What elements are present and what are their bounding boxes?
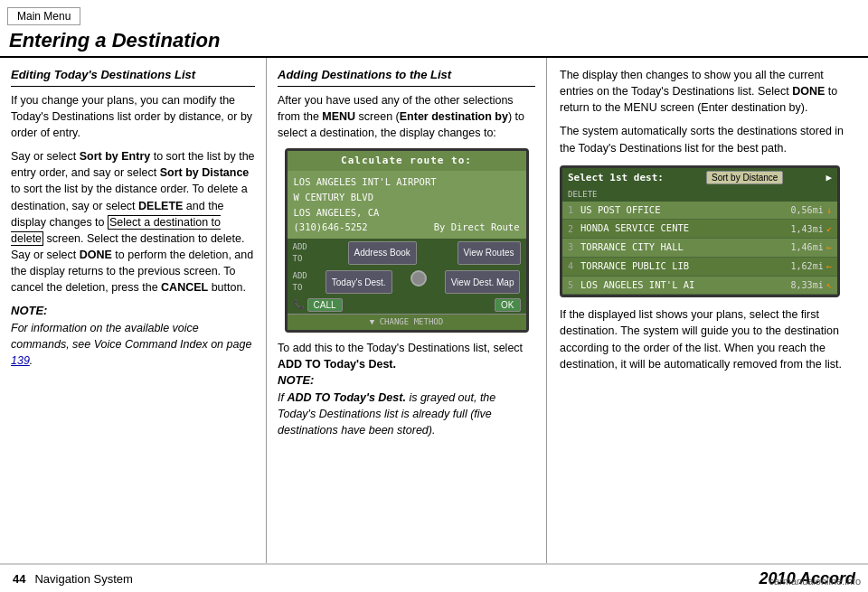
nav-screen: Calculate route to: LOS ANGELES INT'L AI… <box>285 148 529 333</box>
dest-list-item[interactable]: 5 LOS ANGELES INT'L AI 8,33mi ↖ <box>562 277 837 296</box>
dest-dist: 1,46mi <box>791 240 824 254</box>
dest-name: LOS ANGELES INT'L AI <box>580 278 791 293</box>
call-icon: 📞 <box>293 298 304 312</box>
select-dest-label: Select 1st dest: <box>568 171 664 185</box>
nav-screen-header: Calculate route to: <box>288 151 526 171</box>
main-menu-button[interactable]: Main Menu <box>7 7 80 25</box>
dest-name: TORRANCE PUBLIC LIB <box>580 259 791 274</box>
call-btn[interactable]: CALL <box>307 298 343 312</box>
mid-col-heading: Adding Destinations to the List <box>278 67 535 87</box>
nav-screen-buttons-2: ADDTO Today's Dest. View Dest. Map <box>288 268 526 296</box>
mid-note-body: If ADD TO Today's Dest. is grayed out, t… <box>278 391 495 437</box>
left-para1: If you change your plans, you can modify… <box>11 92 255 141</box>
note-body: For information on the available voice c… <box>11 322 251 367</box>
dest-arrow: ↓ <box>826 203 832 218</box>
dest-dist: 0,56mi <box>791 203 824 217</box>
dest-screen: Select 1st dest: Sort by Distance ▶ DELE… <box>560 165 840 298</box>
delete-row: DELETE <box>562 188 837 202</box>
right-para3: If the displayed list shows your plans, … <box>560 306 855 372</box>
dest-list: 1 US POST OFFICE 0,56mi ↓ 2 HONDA SERVIC… <box>562 202 837 296</box>
left-p2-cancel-end: button. <box>208 281 246 294</box>
dest-list-item[interactable]: 3 TORRANCE CITY HALL 1,46mi ← <box>562 239 837 258</box>
right-para2: The system automatically sorts the desti… <box>560 123 855 155</box>
dest-arrow: ↖ <box>826 278 832 293</box>
sort-distance-label: Sort by Distance <box>160 166 250 179</box>
dest-list-item[interactable]: 2 HONDA SERVICE CENTE 1,43mi ↙ <box>562 220 837 239</box>
view-dest-map-btn[interactable]: View Dest. Map <box>445 270 521 294</box>
nav-screen-buttons: ADDTO Address Book View Routes <box>288 239 526 268</box>
cancel-label: CANCEL <box>161 281 208 294</box>
nav-row-3: LOS ANGELES, CA <box>291 205 523 221</box>
dest-list-item[interactable]: 1 US POST OFFICE 0,56mi ↓ <box>562 202 837 221</box>
left-note: NOTE: For information on the available v… <box>11 303 255 369</box>
page-title-area: Entering a Destination <box>0 25 868 58</box>
dest-list-item[interactable]: 4 TORRANCE PUBLIC LIB 1,62mi ← <box>562 258 837 277</box>
sort-entry-label: Sort by Entry <box>80 150 151 163</box>
sort-distance-btn[interactable]: Sort by Distance <box>706 171 783 184</box>
change-method-label: ▼ CHANGE METHOD <box>288 314 526 330</box>
right-column: The display then changes to show you all… <box>547 58 868 563</box>
dest-num: 3 <box>568 240 577 254</box>
nav-row-4: (310)646-5252 By Direct Route <box>291 220 523 235</box>
dest-arrow: ← <box>826 240 832 255</box>
dest-dist: 1,62mi <box>791 259 824 273</box>
nav-row-1: LOS ANGELES INT'L AIRPORT <box>291 174 523 190</box>
add-to-dest-grayed: ADD TO Today's Dest. <box>287 391 405 404</box>
note-head: NOTE: <box>11 304 47 317</box>
mid-para2: To add this to the Today's Destinations … <box>278 340 535 372</box>
nav-screen-call: 📞 CALL OK <box>288 296 526 314</box>
dial-icon <box>410 270 427 287</box>
main-content: Editing Today's Destinations List If you… <box>0 58 868 564</box>
mid-column: Adding Destinations to the List After yo… <box>267 58 547 563</box>
dest-name: TORRANCE CITY HALL <box>580 240 791 255</box>
watermark: carmanualonline.info <box>769 576 861 587</box>
dest-num: 4 <box>568 259 577 273</box>
mid-para1: After you have used any of the other sel… <box>278 92 535 141</box>
done-label: DONE <box>80 249 112 261</box>
dest-num: 5 <box>568 278 577 292</box>
mid-note: NOTE: If ADD TO Today's Dest. is grayed … <box>278 372 535 438</box>
dest-dist: 8,33mi <box>791 278 824 292</box>
dest-dist: 1,43mi <box>791 222 824 236</box>
dest-name: US POST OFFICE <box>580 203 791 218</box>
left-col-heading: Editing Today's Destinations List <box>11 67 255 87</box>
todays-dest-btn[interactable]: Today's Dest. <box>326 270 392 294</box>
page-title: Entering a Destination <box>9 29 220 52</box>
dest-name: HONDA SERVICE CENTE <box>580 221 791 236</box>
dest-num: 2 <box>568 222 577 236</box>
dest-arrow: ↙ <box>826 221 832 236</box>
delete-label: DELETE <box>138 200 183 212</box>
view-routes-btn[interactable]: View Routes <box>458 241 521 265</box>
left-para2: Say or select Sort by Entry to sort the … <box>11 148 255 296</box>
nav-system-label: Navigation System <box>34 572 132 586</box>
dest-num: 1 <box>568 203 577 217</box>
right-para1: The display then changes to show you all… <box>560 67 855 116</box>
note-link[interactable]: 139 <box>11 354 30 367</box>
left-column: Editing Today's Destinations List If you… <box>0 58 267 563</box>
main-menu-label: Main Menu <box>17 10 71 23</box>
left-p2-pre: Say or select <box>11 150 80 163</box>
nav-row-2: W CENTURY BLVD <box>291 190 523 205</box>
ok-btn[interactable]: OK <box>495 298 520 312</box>
add-to-dest-label: ADD TO Today's Dest. <box>278 358 396 371</box>
dest-screen-header: Select 1st dest: Sort by Distance ▶ <box>562 168 837 188</box>
arrow-right-icon: ▶ <box>826 171 832 185</box>
address-book-btn[interactable]: Address Book <box>348 241 417 265</box>
nav-screen-body: LOS ANGELES INT'L AIRPORT W CENTURY BLVD… <box>288 171 526 239</box>
right-done-label: DONE <box>792 85 825 98</box>
page-number: 44 <box>13 572 25 586</box>
bottom-bar: 44 Navigation System 2010 Accord carmanu… <box>0 564 868 592</box>
mid-note-head: NOTE: <box>278 373 314 387</box>
dest-arrow: ← <box>826 259 832 274</box>
